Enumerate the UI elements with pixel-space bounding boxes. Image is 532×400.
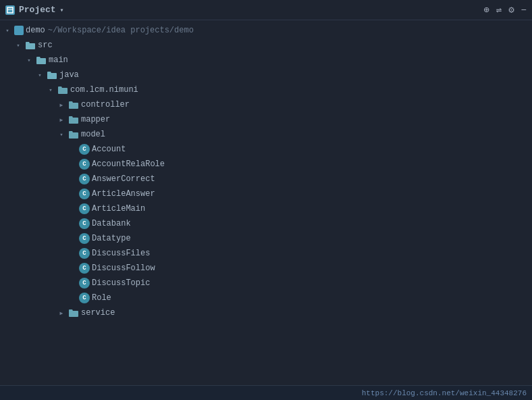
item-label-account: Account [92,145,126,154]
package-icon-mapper [68,114,79,125]
svg-rect-0 [7,7,13,13]
item-label-articlemain: ArticleMain [92,204,145,214]
folder-icon-java [47,70,57,80]
tree-item-discussfollow[interactable]: C DiscussFollow [0,261,532,276]
project-tree: ▾ demo ~/Workspace/idea projects/demo ▾ … [0,20,532,385]
tree-item-src[interactable]: ▾ src [0,38,532,53]
chevron-java: ▾ [35,70,45,80]
item-label-answercorrect: AnswerCorrect [92,174,155,184]
title-bar-actions: ⊕ ⇌ ⚙ − [483,4,527,16]
class-icon-answercorrect: C [79,174,90,184]
tree-item-accountrelarole[interactable]: C AccountRelaRole [0,157,532,172]
item-label-service: service [81,308,115,318]
tree-item-datatype[interactable]: C Datatype [0,231,532,246]
tree-item-service[interactable]: ▶ service [0,305,532,320]
item-label-java: java [59,70,79,80]
module-icon [14,26,24,35]
chevron-demo: ▾ [3,26,12,35]
class-icon-datatype: C [79,233,90,244]
package-icon-controller [68,99,79,110]
item-path-demo: ~/Workspace/idea projects/demo [48,26,194,35]
chevron-main: ▾ [24,55,34,65]
item-label-articleanswer: ArticleAnswer [92,189,155,199]
status-bar: https://blog.csdn.net/weixin_44348276 [0,385,532,400]
tree-item-articlemain[interactable]: C ArticleMain [0,201,532,216]
item-label-package-root: com.lcm.nimuni [70,85,138,95]
chevron-service: ▶ [57,308,66,318]
main-content: ▾ demo ~/Workspace/idea projects/demo ▾ … [0,20,532,385]
tree-item-account[interactable]: C Account [0,142,532,157]
title-bar: Project ▾ ⊕ ⇌ ⚙ − [0,0,532,20]
item-label-role: Role [92,293,111,303]
status-bar-text: https://blog.csdn.net/weixin_44348276 [362,389,527,397]
chevron-model: ▾ [57,130,66,139]
item-label-discusstopic: DiscussTopic [92,278,150,288]
item-label-mapper: mapper [81,115,110,124]
class-icon-articleanswer: C [79,189,90,199]
item-label-src: src [38,41,53,50]
item-label-model: model [81,130,105,139]
class-icon-role: C [79,293,90,303]
tree-item-main[interactable]: ▾ main [0,53,532,68]
folder-icon-src [25,40,36,51]
class-icon-databank: C [79,218,90,229]
class-icon-discusstopic: C [79,278,90,289]
tree-item-databank[interactable]: C Databank [0,216,532,231]
package-icon-service [68,307,79,318]
item-label-discussfollow: DiscussFollow [92,264,155,273]
title-bar-left: Project ▾ [5,5,64,15]
chevron-src: ▾ [14,41,23,50]
chevron-package-root: ▾ [46,85,55,95]
package-icon-model [68,129,79,140]
item-label-controller: controller [81,100,130,109]
chevron-mapper: ▶ [57,115,66,124]
tree-item-package-root[interactable]: ▾ com.lcm.nimuni [0,82,532,97]
project-icon [5,5,15,15]
tree-item-discussfiles[interactable]: C DiscussFiles [0,246,532,261]
class-icon-account: C [79,144,90,155]
tree-item-articleanswer[interactable]: C ArticleAnswer [0,186,532,201]
item-label-accountrelarole: AccountRelaRole [92,159,165,169]
tree-item-demo[interactable]: ▾ demo ~/Workspace/idea projects/demo [0,23,532,38]
tree-item-java[interactable]: ▾ java [0,68,532,82]
tree-item-answercorrect[interactable]: C AnswerCorrect [0,172,532,186]
tree-item-role[interactable]: C Role [0,291,532,305]
tree-item-model[interactable]: ▾ model [0,127,532,142]
title-dropdown-arrow[interactable]: ▾ [60,6,64,14]
class-icon-accountrelarole: C [79,159,90,170]
panel-title: Project [19,5,56,15]
chevron-controller: ▶ [57,100,66,109]
folder-icon-main [36,55,47,66]
tree-item-discusstopic[interactable]: C DiscussTopic [0,276,532,291]
settings-icon[interactable]: ⚙ [508,4,514,16]
item-label-databank: Databank [92,219,131,228]
item-label-discussfiles: DiscussFiles [92,249,150,258]
item-label-demo: demo [26,26,45,35]
class-icon-discussfollow: C [79,263,90,274]
class-icon-articlemain: C [79,203,90,214]
globe-icon[interactable]: ⊕ [483,4,489,16]
item-label-main: main [49,55,68,65]
package-icon-root [57,84,68,95]
minimize-icon[interactable]: − [521,5,527,16]
item-label-datatype: Datatype [92,234,131,243]
tree-item-mapper[interactable]: ▶ mapper [0,112,532,127]
class-icon-discussfiles: C [79,248,90,259]
tree-item-controller[interactable]: ▶ controller [0,97,532,112]
split-icon[interactable]: ⇌ [496,4,502,16]
